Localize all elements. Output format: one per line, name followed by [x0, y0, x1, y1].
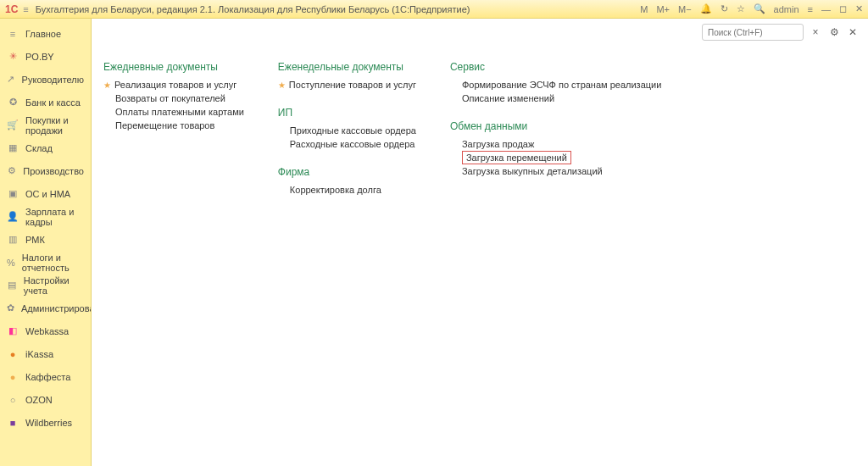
sidebar-label: PO.BY: [25, 52, 54, 62]
menu-link[interactable]: Загрузка перемещений: [462, 151, 571, 164]
window-title: Бухгалтерия для Беларуси, редакция 2.1. …: [36, 4, 640, 14]
sidebar-icon: ▥: [7, 234, 19, 246]
sidebar-icon: ▦: [7, 142, 19, 154]
sidebar-item[interactable]: 🛒Покупки и продажи: [0, 114, 91, 136]
sidebar: ≡Главное✳PO.BY↗Руководителю✪Банк и касса…: [0, 19, 92, 466]
column: Ежедневные документыРеализация товаров и…: [103, 61, 244, 197]
group-title[interactable]: Еженедельные документы: [278, 61, 416, 73]
sidebar-label: OZON: [25, 395, 53, 405]
menu-link[interactable]: Оплаты платежными картами: [103, 105, 244, 119]
sidebar-item[interactable]: ▦Склад: [0, 136, 91, 159]
sidebar-item[interactable]: ●Каффеста: [0, 365, 91, 388]
menu-link[interactable]: Реализация товаров и услуг: [103, 78, 244, 92]
sidebar-icon: ○: [7, 394, 19, 406]
sidebar-icon: ▤: [7, 280, 17, 291]
history-icon[interactable]: ↻: [721, 3, 728, 14]
sidebar-icon: ●: [7, 371, 19, 383]
hamburger-icon[interactable]: ≡: [23, 4, 28, 14]
group-title[interactable]: Сервис: [450, 61, 661, 73]
sidebar-item[interactable]: ✪Банк и касса: [0, 91, 91, 114]
sidebar-label: Склад: [25, 143, 53, 153]
settings-icon[interactable]: ≡: [808, 4, 813, 14]
sidebar-label: РМК: [25, 235, 45, 245]
group-title[interactable]: Фирма: [278, 166, 416, 178]
panel-close-icon[interactable]: ✕: [846, 25, 860, 39]
menu-link[interactable]: Перемещение товаров: [103, 119, 244, 132]
group-title[interactable]: ИП: [278, 107, 416, 119]
sidebar-icon: 🛒: [7, 119, 19, 131]
sidebar-icon: ↗: [7, 74, 15, 86]
memory-m[interactable]: M: [640, 4, 648, 14]
menu-link[interactable]: Описание изменений: [450, 92, 661, 105]
sidebar-item[interactable]: %Налоги и отчетность: [0, 251, 91, 274]
bell-icon[interactable]: 🔔: [700, 3, 712, 14]
sidebar-item[interactable]: ≡Главное: [0, 22, 91, 45]
menu-link[interactable]: Корректировка долга: [278, 183, 416, 197]
sidebar-label: Администрирование: [21, 303, 92, 313]
menu-link[interactable]: Расходные кассовые ордера: [278, 137, 416, 151]
sidebar-label: Зарплата и кадры: [25, 207, 84, 227]
sidebar-icon: ≡: [7, 28, 19, 40]
sidebar-icon: 👤: [7, 211, 19, 223]
titlebar: 1С ≡ Бухгалтерия для Беларуси, редакция …: [0, 0, 868, 19]
menu-link[interactable]: Загрузка выкупных детализаций: [450, 164, 661, 178]
menu-link[interactable]: Приходные кассовые ордера: [278, 124, 416, 137]
sidebar-item[interactable]: ⚙Производство: [0, 159, 91, 182]
sidebar-label: Настройки учета: [24, 275, 84, 296]
sidebar-label: Налоги и отчетность: [22, 252, 84, 273]
group-title[interactable]: Обмен данными: [450, 120, 661, 132]
sidebar-item[interactable]: ○OZON: [0, 388, 91, 411]
sidebar-label: iKassa: [25, 349, 53, 359]
sidebar-label: ОС и НМА: [25, 189, 70, 199]
main-area: × ⚙ ✕ Ежедневные документыРеализация тов…: [92, 19, 868, 466]
close-icon[interactable]: ✕: [855, 3, 863, 14]
group-title[interactable]: Ежедневные документы: [103, 61, 244, 73]
column: Еженедельные документыПоступление товаро…: [278, 61, 416, 197]
menu-link[interactable]: Поступление товаров и услуг: [278, 78, 416, 92]
memory-mplus[interactable]: M+: [656, 4, 670, 14]
sidebar-item[interactable]: ▤Настройки учета: [0, 274, 91, 297]
sidebar-label: Главное: [25, 29, 61, 39]
sidebar-label: Покупки и продажи: [25, 115, 84, 136]
search-clear[interactable]: ×: [809, 25, 822, 39]
sidebar-item[interactable]: ↗Руководителю: [0, 68, 91, 91]
sidebar-icon: ✳: [7, 51, 19, 63]
star-icon[interactable]: ☆: [737, 3, 745, 14]
maximize-icon[interactable]: ◻: [839, 3, 847, 14]
sidebar-item[interactable]: ◧Webkassa: [0, 319, 91, 342]
menu-link[interactable]: Возвраты от покупателей: [103, 92, 244, 105]
sidebar-item[interactable]: ●iKassa: [0, 342, 91, 365]
sidebar-item[interactable]: ▣ОС и НМА: [0, 182, 91, 205]
menu-link[interactable]: Загрузка продаж: [450, 137, 661, 151]
search-icon[interactable]: 🔍: [754, 3, 765, 14]
top-toolbar: × ⚙ ✕: [702, 24, 860, 41]
sidebar-item[interactable]: 👤Зарплата и кадры: [0, 205, 91, 228]
sidebar-label: Webkassa: [25, 326, 69, 336]
sidebar-icon: ●: [7, 348, 19, 360]
user-label[interactable]: admin: [774, 4, 799, 14]
sidebar-label: Каффеста: [25, 372, 70, 382]
sidebar-label: Wildberries: [25, 418, 72, 428]
sidebar-item[interactable]: ▥РМК: [0, 228, 91, 251]
sidebar-icon: ✿: [7, 302, 14, 314]
sidebar-item[interactable]: ✳PO.BY: [0, 45, 91, 68]
memory-mminus[interactable]: M−: [678, 4, 692, 14]
sidebar-icon: ◧: [7, 325, 19, 337]
sidebar-label: Производство: [23, 166, 84, 176]
sidebar-icon: ✪: [7, 97, 19, 108]
menu-link[interactable]: Формирование ЭСЧФ по странам реализации: [450, 78, 661, 92]
app-logo: 1С: [5, 3, 18, 15]
sidebar-label: Руководителю: [22, 75, 84, 85]
sidebar-item[interactable]: ■Wildberries: [0, 411, 91, 434]
sidebar-icon: ▣: [7, 188, 19, 200]
content-columns: Ежедневные документыРеализация товаров и…: [103, 61, 856, 197]
sidebar-label: Банк и касса: [25, 97, 81, 108]
sidebar-icon: ⚙: [7, 165, 16, 177]
sidebar-icon: ■: [7, 417, 19, 429]
gear-icon[interactable]: ⚙: [827, 25, 841, 39]
search-input[interactable]: [702, 24, 804, 41]
minimize-icon[interactable]: —: [821, 4, 831, 14]
titlebar-right: M M+ M− 🔔 ↻ ☆ 🔍 admin ≡ — ◻ ✕: [640, 3, 863, 14]
column: СервисФормирование ЭСЧФ по странам реали…: [450, 61, 661, 197]
sidebar-item[interactable]: ✿Администрирование: [0, 297, 91, 319]
